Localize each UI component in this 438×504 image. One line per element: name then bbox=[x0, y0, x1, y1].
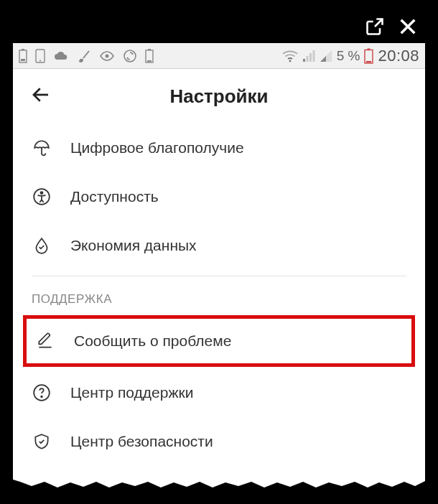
settings-item-help-center[interactable]: Центр поддержки bbox=[13, 368, 425, 417]
svg-rect-12 bbox=[306, 56, 308, 62]
torn-edge bbox=[13, 480, 425, 490]
device-frame: 5 % 20:08 Настройки bbox=[0, 0, 438, 504]
status-bar: 5 % 20:08 bbox=[13, 43, 425, 69]
sync-icon bbox=[123, 49, 137, 63]
settings-list: Цифровое благополучие Доступность bbox=[13, 123, 425, 466]
svg-rect-8 bbox=[148, 49, 151, 50]
settings-item-digital-wellbeing[interactable]: Цифровое благополучие bbox=[13, 123, 425, 172]
settings-item-label: Цифровое благополучие bbox=[70, 139, 244, 157]
svg-rect-13 bbox=[309, 53, 312, 62]
close-icon[interactable] bbox=[396, 15, 419, 41]
edit-icon bbox=[35, 332, 55, 350]
battery-small-icon bbox=[19, 49, 27, 63]
settings-item-label: Центр безопасности bbox=[70, 433, 213, 450]
settings-item-label: Доступность bbox=[70, 188, 159, 205]
cloud-icon bbox=[53, 50, 69, 62]
settings-item-report-problem[interactable]: Сообщить о проблеме bbox=[27, 319, 240, 363]
battery-percent: 5 % bbox=[337, 48, 360, 64]
settings-item-label: Центр поддержки bbox=[70, 384, 193, 401]
svg-rect-9 bbox=[147, 60, 152, 62]
svg-rect-14 bbox=[312, 50, 314, 62]
settings-item-data-saver[interactable]: Экономия данных bbox=[13, 221, 425, 270]
settings-item-label: Экономия данных bbox=[70, 237, 197, 254]
open-external-icon[interactable] bbox=[365, 17, 385, 39]
signal-1-icon bbox=[302, 50, 315, 62]
svg-point-10 bbox=[289, 60, 291, 62]
page-title: Настройки bbox=[27, 85, 411, 108]
umbrella-icon bbox=[32, 139, 52, 157]
phone-screen: 5 % 20:08 Настройки bbox=[13, 43, 425, 490]
shield-icon bbox=[32, 432, 52, 451]
status-left bbox=[19, 49, 154, 63]
svg-rect-11 bbox=[303, 59, 305, 62]
highlight-report-problem: Сообщить о проблеме bbox=[23, 315, 415, 367]
droplet-icon bbox=[32, 236, 52, 255]
section-header-support: ПОДДЕРЖКА bbox=[13, 276, 425, 314]
eye-icon bbox=[99, 50, 115, 62]
help-icon bbox=[32, 383, 52, 402]
status-right: 5 % 20:08 bbox=[282, 47, 419, 65]
wifi-icon bbox=[282, 50, 298, 62]
accessibility-icon bbox=[32, 187, 52, 206]
svg-point-5 bbox=[106, 54, 109, 57]
phone-outline-icon bbox=[35, 49, 45, 63]
settings-item-label: Сообщить о проблеме bbox=[74, 332, 231, 350]
svg-rect-17 bbox=[366, 61, 371, 62]
svg-point-19 bbox=[40, 192, 42, 194]
battery-low-icon bbox=[145, 49, 154, 63]
svg-rect-2 bbox=[21, 59, 25, 61]
app-header: Настройки bbox=[13, 69, 425, 123]
svg-point-21 bbox=[41, 396, 42, 398]
brush-icon bbox=[77, 49, 91, 63]
clock: 20:08 bbox=[378, 47, 419, 65]
settings-item-accessibility[interactable]: Доступность bbox=[13, 172, 425, 221]
signal-2-icon bbox=[320, 50, 332, 62]
battery-critical-icon bbox=[364, 48, 373, 64]
svg-rect-16 bbox=[368, 48, 371, 50]
back-button[interactable] bbox=[30, 84, 52, 108]
svg-rect-1 bbox=[22, 49, 24, 50]
settings-item-safety-center[interactable]: Центр безопасности bbox=[13, 417, 425, 466]
frame-controls bbox=[13, 13, 425, 43]
svg-point-4 bbox=[39, 60, 41, 61]
